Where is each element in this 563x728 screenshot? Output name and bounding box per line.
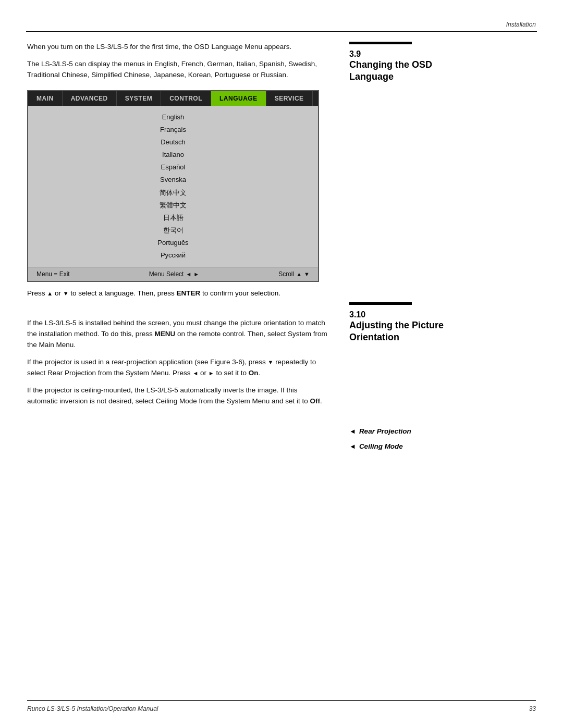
paragraph-1: When you turn on the LS-3/LS-5 for the f… (27, 42, 329, 53)
header-label: Installation (506, 21, 536, 28)
lang-portugues[interactable]: Português (28, 237, 318, 249)
page: Installation When you turn on the LS-3/L… (0, 0, 563, 728)
lang-traditional-chinese[interactable]: 繁體中文 (28, 199, 318, 212)
section-39-heading-line2: Language (349, 71, 394, 82)
tri-down-inline: ▼ (63, 290, 69, 297)
enter-key-label: ENTER (176, 289, 200, 297)
section-39-heading: Changing the OSD Language (349, 59, 432, 82)
footer-select: Menu Select ◄ ► (149, 270, 199, 278)
osd-tab-main[interactable]: Main (28, 91, 63, 106)
section-310-left: If the LS-3/LS-5 is installed behind the… (27, 318, 329, 406)
lang-russian[interactable]: Русский (28, 249, 318, 262)
osd-menu: Main Advanced System Control Language Se… (27, 90, 319, 282)
osd-tab-language[interactable]: Language (211, 91, 266, 106)
section-39-number: 3.9 (349, 50, 537, 59)
paragraph-2: The LS-3/LS-5 can display the menus in E… (27, 59, 329, 81)
osd-tabs: Main Advanced System Control Language Se… (28, 91, 318, 106)
lang-deutsch[interactable]: Deutsch (28, 136, 318, 149)
press-instruction: Press ▲ or ▼ to select a language. Then,… (27, 289, 329, 297)
section-39-bar (349, 42, 412, 44)
section-310-heading-line2: Orientation (349, 332, 399, 342)
footer-exit-label: Menu = Exit (36, 270, 70, 278)
section-39-right: 3.9 Changing the OSD Language (349, 42, 537, 87)
osd-footer: Menu = Exit Menu Select ◄ ► Scroll ▲ ▼ (28, 267, 318, 281)
ceiling-mode-arrow-icon: ◄ (349, 442, 356, 450)
tri-right-icon: ► (193, 271, 199, 277)
rear-projection-arrow-icon: ◄ (349, 427, 356, 435)
footer-exit: Menu = Exit (36, 270, 70, 278)
lang-english[interactable]: English (28, 111, 318, 124)
feature-ceiling-mode: ◄ Ceiling Mode (349, 442, 537, 450)
tri-right-ref: ► (209, 370, 214, 376)
content-left: When you turn on the LS-3/LS-5 for the f… (27, 42, 329, 413)
ceiling-mode-label: Ceiling Mode (359, 442, 403, 450)
footer-scroll: Scroll ▲ ▼ (278, 270, 310, 278)
osd-tab-system[interactable]: System (117, 91, 161, 106)
section-310-heading: Adjusting the Picture Orientation (349, 320, 444, 342)
lang-japanese[interactable]: 日本語 (28, 212, 318, 224)
on-label: On (249, 369, 259, 377)
lang-espanol[interactable]: Español (28, 161, 318, 174)
section-310-title: 3.10 Adjusting the Picture Orientation (349, 310, 537, 344)
off-label: Off (310, 397, 321, 405)
lang-korean[interactable]: 한국어 (28, 224, 318, 237)
feature-items: ◄ Rear Projection ◄ Ceiling Mode (349, 427, 537, 450)
menu-key-label: MENU (154, 330, 175, 338)
osd-body: English Français Deutsch Italiano Españo… (28, 106, 318, 267)
para-310-2: If the projector is used in a rear-proje… (27, 357, 329, 379)
top-rule (26, 31, 537, 32)
footer-left-label: Runco LS-3/LS-5 Installation/Operation M… (27, 705, 158, 712)
lang-simplified-chinese[interactable]: 简体中文 (28, 187, 318, 199)
feature-rear-projection: ◄ Rear Projection (349, 427, 537, 435)
lang-svenska[interactable]: Svenska (28, 174, 318, 186)
section-310-bar (349, 302, 412, 305)
section-39-title: 3.9 Changing the OSD Language (349, 50, 537, 83)
para-310-3: If the projector is ceiling-mounted, the… (27, 385, 329, 407)
lang-francais[interactable]: Français (28, 124, 318, 136)
tri-up-icon: ▲ (296, 271, 302, 277)
para-310-1: If the LS-3/LS-5 is installed behind the… (27, 318, 329, 351)
section-310-right: 3.10 Adjusting the Picture Orientation ◄… (349, 302, 537, 458)
footer-select-label: Menu Select (149, 270, 184, 278)
osd-tab-service[interactable]: Service (266, 91, 313, 106)
section-39-heading-line1: Changing the OSD (349, 59, 432, 70)
footer-scroll-label: Scroll (278, 270, 294, 278)
tri-left-icon: ◄ (186, 271, 191, 277)
tri-up-inline: ▲ (47, 290, 53, 297)
lang-italiano[interactable]: Italiano (28, 149, 318, 161)
tri-down-icon: ▼ (304, 271, 310, 277)
page-footer: Runco LS-3/LS-5 Installation/Operation M… (27, 700, 536, 712)
tri-down-ref: ▼ (267, 359, 273, 365)
osd-tab-advanced[interactable]: Advanced (63, 91, 117, 106)
tri-left-ref: ◄ (192, 370, 198, 376)
section-310-number: 3.10 (349, 310, 537, 319)
osd-tab-control[interactable]: Control (161, 91, 211, 106)
rear-projection-label: Rear Projection (359, 427, 411, 435)
footer-page-number: 33 (529, 705, 536, 712)
section-310-heading-line1: Adjusting the Picture (349, 320, 444, 330)
